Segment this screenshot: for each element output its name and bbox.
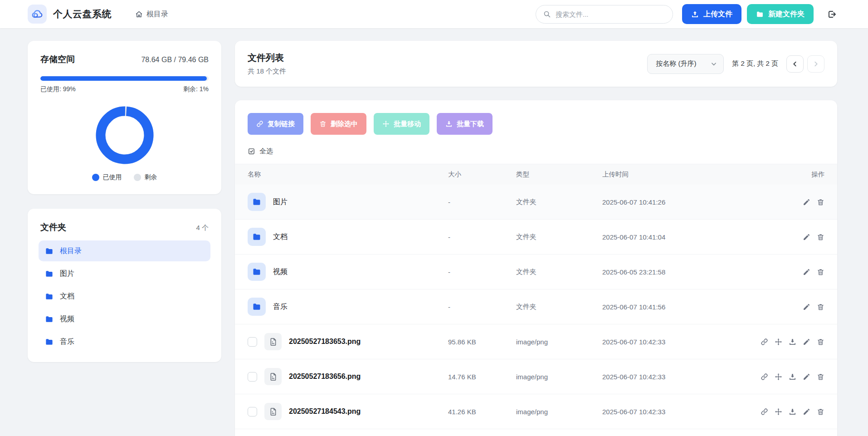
link-action-button[interactable] — [761, 338, 768, 346]
download-action-button[interactable] — [789, 408, 796, 416]
row-checkbox[interactable] — [248, 337, 257, 347]
move-action-button[interactable] — [775, 338, 782, 346]
batch-trash-button[interactable]: 删除选中 — [311, 113, 366, 135]
move-action-button[interactable] — [775, 373, 782, 381]
upload-file-button[interactable]: 上传文件 — [682, 4, 741, 24]
row-time: 2025-06-07 10:42:33 — [602, 338, 752, 346]
storage-used-label: 已使用: 99% — [40, 85, 76, 93]
move-icon — [775, 408, 782, 416]
select-all[interactable]: 全选 — [235, 147, 837, 156]
row-checkbox[interactable] — [248, 407, 257, 416]
pencil-action-button[interactable] — [803, 408, 810, 416]
search-input[interactable] — [556, 10, 665, 18]
new-folder-button[interactable]: 新建文件夹 — [747, 4, 814, 24]
link-action-button[interactable] — [761, 373, 768, 381]
trash-icon — [817, 303, 824, 311]
trash-icon — [817, 198, 824, 206]
select-all-label: 全选 — [259, 147, 273, 156]
trash-action-button[interactable] — [817, 338, 824, 346]
trash-action-button[interactable] — [817, 408, 824, 416]
folder-icon — [248, 298, 266, 316]
storage-usage-text: 78.64 GB / 79.46 GB — [141, 56, 209, 64]
chevron-right-icon — [813, 61, 819, 67]
download-icon — [789, 338, 796, 346]
logout-button[interactable] — [827, 10, 837, 19]
trash-action-button[interactable] — [817, 303, 824, 311]
row-size: 41.26 KB — [448, 408, 516, 416]
prev-page-button[interactable] — [786, 55, 804, 73]
sidebar-folder-item-2[interactable]: 文档 — [39, 286, 210, 307]
folder-icon — [248, 193, 266, 211]
trash-icon — [817, 408, 824, 416]
row-type: image/png — [516, 408, 602, 416]
batch-download-button[interactable]: 批量下载 — [437, 113, 493, 135]
sidebar-folder-item-1[interactable]: 图片 — [39, 263, 210, 284]
row-checkbox[interactable] — [248, 372, 257, 382]
pencil-icon — [803, 198, 810, 206]
pencil-icon — [803, 268, 810, 276]
file-list-title: 文件列表 — [248, 52, 286, 64]
move-icon — [775, 373, 782, 381]
move-icon — [775, 338, 782, 346]
folder-icon — [45, 292, 54, 301]
table-row-file-6[interactable]: 20250527184543.png41.26 KBimage/png2025-… — [235, 394, 837, 429]
row-type: image/png — [516, 338, 602, 346]
trash-action-button[interactable] — [817, 373, 824, 381]
table-row-folder-0[interactable]: 图片-文件夹2025-06-07 10:41:26 — [235, 185, 837, 220]
breadcrumb-label: 根目录 — [146, 10, 168, 19]
sidebar-folder-item-3[interactable]: 视频 — [39, 309, 210, 329]
pencil-action-button[interactable] — [803, 198, 810, 206]
folder-item-label: 根目录 — [60, 246, 82, 256]
batch-move-button[interactable]: 批量移动 — [374, 113, 429, 135]
row-size: - — [448, 303, 516, 311]
row-size: 14.76 KB — [448, 373, 516, 381]
download-icon — [445, 120, 453, 127]
trash-action-button[interactable] — [817, 233, 824, 241]
pencil-action-button[interactable] — [803, 303, 810, 311]
breadcrumb[interactable]: 根目录 — [135, 10, 168, 19]
row-time: 2025-06-07 10:41:56 — [602, 303, 752, 311]
folder-icon — [248, 228, 266, 246]
batch-button-label: 批量移动 — [394, 120, 421, 128]
download-action-button[interactable] — [789, 373, 796, 381]
column-type: 类型 — [516, 170, 602, 179]
sidebar-folder-item-4[interactable]: 音乐 — [39, 331, 210, 352]
image-file-icon — [264, 368, 282, 385]
column-name: 名称 — [248, 170, 448, 179]
table-row-folder-1[interactable]: 文档-文件夹2025-06-07 10:41:04 — [235, 220, 837, 255]
row-type: image/png — [516, 373, 602, 381]
storage-panel: 存储空间 78.64 GB / 79.46 GB 已使用: 99% 剩余: 1% — [28, 41, 221, 194]
download-action-button[interactable] — [789, 338, 796, 346]
table-row-folder-2[interactable]: 视频-文件夹2025-06-05 23:21:58 — [235, 255, 837, 289]
cloud-icon — [31, 8, 43, 20]
pencil-action-button[interactable] — [803, 233, 810, 241]
pencil-action-button[interactable] — [803, 338, 810, 346]
table-row-file-5[interactable]: 20250527183656.png14.76 KBimage/png2025-… — [235, 359, 837, 394]
next-page-button[interactable] — [807, 55, 824, 73]
image-file-icon — [264, 403, 282, 420]
row-time: 2025-06-07 10:42:33 — [602, 408, 752, 416]
search-box — [536, 5, 673, 24]
pencil-action-button[interactable] — [803, 268, 810, 276]
row-type: 文件夹 — [516, 303, 602, 311]
row-size: - — [448, 233, 516, 241]
pencil-action-button[interactable] — [803, 373, 810, 381]
upload-icon — [691, 10, 699, 18]
move-action-button[interactable] — [775, 408, 782, 416]
table-row-file-4[interactable]: 20250527183653.png95.86 KBimage/png2025-… — [235, 324, 837, 359]
sort-select[interactable]: 按名称 (升序) — [647, 54, 724, 74]
folder-item-label: 图片 — [60, 269, 74, 279]
folders-panel: 文件夹 4 个 根目录图片文档视频音乐 — [28, 209, 221, 362]
batch-button-label: 复制链接 — [268, 120, 295, 128]
sidebar-folder-item-0[interactable]: 根目录 — [39, 240, 210, 261]
table-row-folder-3[interactable]: 音乐-文件夹2025-06-07 10:41:56 — [235, 289, 837, 324]
trash-action-button[interactable] — [817, 268, 824, 276]
storage-progress-fill — [40, 76, 207, 81]
trash-action-button[interactable] — [817, 198, 824, 206]
trash-icon — [817, 233, 824, 241]
pencil-icon — [803, 373, 810, 381]
folder-list: 根目录图片文档视频音乐 — [39, 240, 210, 352]
link-action-button[interactable] — [761, 408, 768, 416]
batch-link-button[interactable]: 复制链接 — [248, 113, 303, 135]
folder-icon — [756, 10, 764, 18]
